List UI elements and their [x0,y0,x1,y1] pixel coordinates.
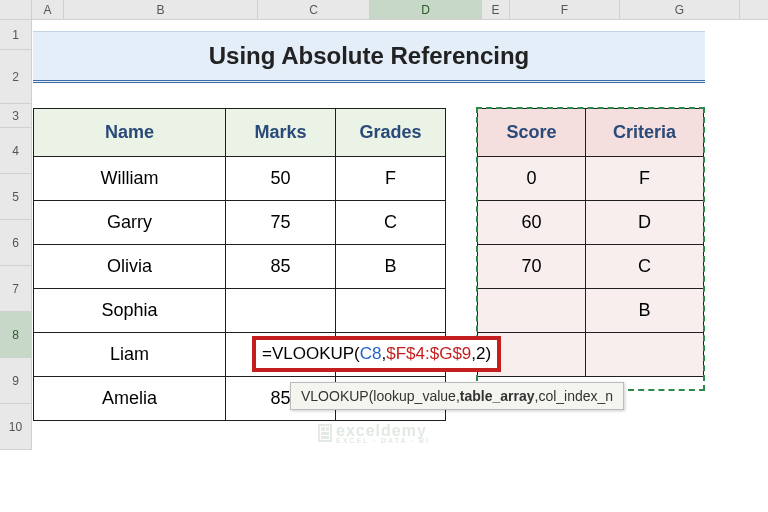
formula-prefix: =VLOOKUP( [262,344,360,364]
cell-criteria[interactable]: B [586,289,704,333]
header-grades[interactable]: Grades [336,109,446,157]
tooltip-arg1: lookup_value [373,388,456,404]
svg-rect-3 [326,427,329,431]
row-header-7[interactable]: 7 [0,266,31,312]
table-row: Garry 75 C [34,201,446,245]
tooltip-arg3: col_index_n [538,388,613,404]
col-header-B[interactable]: B [64,0,258,19]
table-row: Olivia 85 B [34,245,446,289]
svg-rect-5 [321,436,329,439]
row-header-8[interactable]: 8 [0,312,31,358]
cell-score[interactable]: 70 [478,245,586,289]
cell-grade[interactable] [336,289,446,333]
formula-arg1: C8 [360,344,382,364]
cell-name[interactable]: Olivia [34,245,226,289]
formula-arg2: $F$4:$G$9 [386,344,471,364]
table-row: 0 F [478,157,704,201]
row-header-5[interactable]: 5 [0,174,31,220]
row-header-col: 1 2 3 4 5 6 7 8 9 10 [0,20,32,450]
header-marks[interactable]: Marks [226,109,336,157]
formula-suffix: ) [486,344,492,364]
criteria-table: Score Criteria 0 F 60 D 70 C B [477,108,704,377]
col-header-D[interactable]: D [370,0,482,19]
cell-criteria[interactable]: D [586,201,704,245]
header-score[interactable]: Score [478,109,586,157]
cell-score[interactable]: 0 [478,157,586,201]
students-table: Name Marks Grades William 50 F Garry 75 … [33,108,446,421]
cell-marks[interactable]: 75 [226,201,336,245]
cell-criteria[interactable] [586,333,704,377]
row-header-9[interactable]: 9 [0,358,31,404]
formula-tooltip: VLOOKUP( lookup_value , table_array , co… [290,382,624,410]
watermark-sub: EXCEL · DATA · BI [336,437,430,444]
table-row [478,333,704,377]
brand-logo-icon [318,424,332,442]
table-row: B [478,289,704,333]
table-row: William 50 F [34,157,446,201]
cell-name[interactable]: Liam [34,333,226,377]
col-header-C[interactable]: C [258,0,370,19]
cell-grade[interactable]: C [336,201,446,245]
col-header-G[interactable]: G [620,0,740,19]
row-header-1[interactable]: 1 [0,20,31,50]
table-row: Sophia [34,289,446,333]
table-row: Name Marks Grades [34,109,446,157]
cell-grade[interactable]: B [336,245,446,289]
cell-name[interactable]: William [34,157,226,201]
table-row: 60 D [478,201,704,245]
cell-name[interactable]: Sophia [34,289,226,333]
cell-marks[interactable]: 50 [226,157,336,201]
cell-marks[interactable] [226,289,336,333]
cell-criteria[interactable]: F [586,157,704,201]
svg-rect-4 [321,432,329,435]
cell-score[interactable] [478,289,586,333]
tooltip-arg2: table_array [460,388,535,404]
page-title: Using Absolute Referencing [33,31,705,83]
table-row: Score Criteria [478,109,704,157]
cell-criteria[interactable]: C [586,245,704,289]
header-name[interactable]: Name [34,109,226,157]
col-header-F[interactable]: F [510,0,620,19]
col-header-E[interactable]: E [482,0,510,19]
row-header-2[interactable]: 2 [0,50,31,104]
cell-name[interactable]: Amelia [34,377,226,421]
table-row: 70 C [478,245,704,289]
row-header-3[interactable]: 3 [0,104,31,128]
select-all-corner[interactable] [0,0,32,19]
formula-arg3: 2 [476,344,485,364]
watermark: exceldemy EXCEL · DATA · BI [318,422,430,444]
cell-grade[interactable]: F [336,157,446,201]
row-header-6[interactable]: 6 [0,220,31,266]
formula-input[interactable]: =VLOOKUP( C8 , $F$4:$G$9 , 2 ) [252,336,501,372]
col-header-A[interactable]: A [32,0,64,19]
tooltip-fn: VLOOKUP( [301,388,373,404]
cell-name[interactable]: Garry [34,201,226,245]
svg-rect-2 [321,427,325,431]
column-header-row: A B C D E F G [0,0,768,20]
cell-score[interactable]: 60 [478,201,586,245]
cell-marks[interactable]: 85 [226,245,336,289]
header-criteria[interactable]: Criteria [586,109,704,157]
row-header-10[interactable]: 10 [0,404,31,450]
row-header-4[interactable]: 4 [0,128,31,174]
